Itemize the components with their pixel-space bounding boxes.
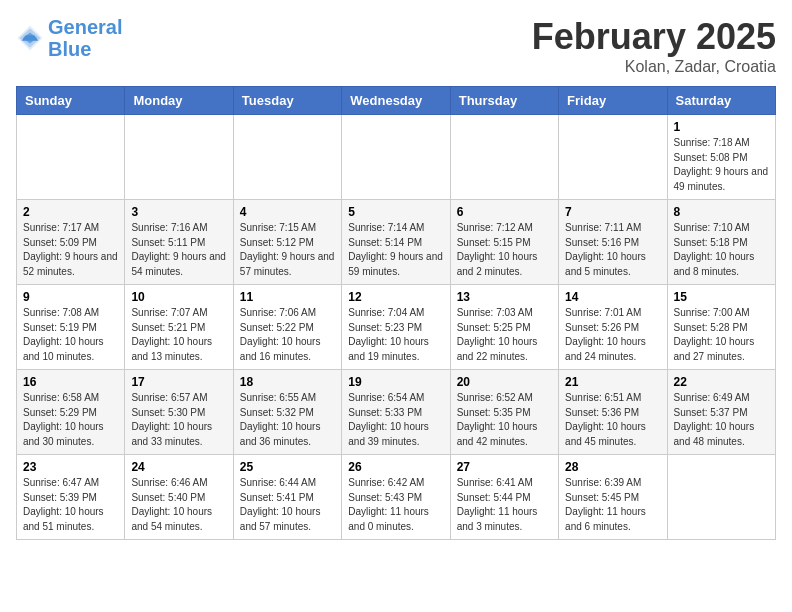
day-cell: 16Sunrise: 6:58 AM Sunset: 5:29 PM Dayli… xyxy=(17,370,125,455)
day-number: 10 xyxy=(131,290,226,304)
day-info: Sunrise: 7:07 AM Sunset: 5:21 PM Dayligh… xyxy=(131,306,226,364)
day-cell: 1Sunrise: 7:18 AM Sunset: 5:08 PM Daylig… xyxy=(667,115,775,200)
day-number: 17 xyxy=(131,375,226,389)
day-info: Sunrise: 6:57 AM Sunset: 5:30 PM Dayligh… xyxy=(131,391,226,449)
day-number: 12 xyxy=(348,290,443,304)
day-cell: 13Sunrise: 7:03 AM Sunset: 5:25 PM Dayli… xyxy=(450,285,558,370)
day-number: 7 xyxy=(565,205,660,219)
day-number: 11 xyxy=(240,290,335,304)
day-number: 28 xyxy=(565,460,660,474)
day-cell: 15Sunrise: 7:00 AM Sunset: 5:28 PM Dayli… xyxy=(667,285,775,370)
day-cell: 7Sunrise: 7:11 AM Sunset: 5:16 PM Daylig… xyxy=(559,200,667,285)
col-header-thursday: Thursday xyxy=(450,87,558,115)
day-cell: 11Sunrise: 7:06 AM Sunset: 5:22 PM Dayli… xyxy=(233,285,341,370)
day-number: 3 xyxy=(131,205,226,219)
day-info: Sunrise: 7:12 AM Sunset: 5:15 PM Dayligh… xyxy=(457,221,552,279)
col-header-wednesday: Wednesday xyxy=(342,87,450,115)
day-number: 25 xyxy=(240,460,335,474)
day-number: 9 xyxy=(23,290,118,304)
day-info: Sunrise: 7:14 AM Sunset: 5:14 PM Dayligh… xyxy=(348,221,443,279)
day-number: 19 xyxy=(348,375,443,389)
day-info: Sunrise: 6:49 AM Sunset: 5:37 PM Dayligh… xyxy=(674,391,769,449)
location-title: Kolan, Zadar, Croatia xyxy=(532,58,776,76)
logo-blue: Blue xyxy=(48,38,122,60)
col-header-saturday: Saturday xyxy=(667,87,775,115)
day-cell: 2Sunrise: 7:17 AM Sunset: 5:09 PM Daylig… xyxy=(17,200,125,285)
day-info: Sunrise: 7:08 AM Sunset: 5:19 PM Dayligh… xyxy=(23,306,118,364)
day-info: Sunrise: 7:18 AM Sunset: 5:08 PM Dayligh… xyxy=(674,136,769,194)
day-cell xyxy=(559,115,667,200)
day-number: 23 xyxy=(23,460,118,474)
day-number: 5 xyxy=(348,205,443,219)
day-number: 18 xyxy=(240,375,335,389)
logo: General Blue xyxy=(16,16,122,60)
week-row-5: 23Sunrise: 6:47 AM Sunset: 5:39 PM Dayli… xyxy=(17,455,776,540)
day-cell: 6Sunrise: 7:12 AM Sunset: 5:15 PM Daylig… xyxy=(450,200,558,285)
day-info: Sunrise: 6:54 AM Sunset: 5:33 PM Dayligh… xyxy=(348,391,443,449)
day-info: Sunrise: 7:03 AM Sunset: 5:25 PM Dayligh… xyxy=(457,306,552,364)
day-cell xyxy=(342,115,450,200)
day-cell: 24Sunrise: 6:46 AM Sunset: 5:40 PM Dayli… xyxy=(125,455,233,540)
day-cell: 8Sunrise: 7:10 AM Sunset: 5:18 PM Daylig… xyxy=(667,200,775,285)
day-cell: 22Sunrise: 6:49 AM Sunset: 5:37 PM Dayli… xyxy=(667,370,775,455)
day-info: Sunrise: 7:01 AM Sunset: 5:26 PM Dayligh… xyxy=(565,306,660,364)
day-number: 16 xyxy=(23,375,118,389)
col-header-sunday: Sunday xyxy=(17,87,125,115)
day-number: 4 xyxy=(240,205,335,219)
col-header-monday: Monday xyxy=(125,87,233,115)
day-cell: 28Sunrise: 6:39 AM Sunset: 5:45 PM Dayli… xyxy=(559,455,667,540)
day-number: 13 xyxy=(457,290,552,304)
day-cell xyxy=(233,115,341,200)
day-number: 21 xyxy=(565,375,660,389)
day-info: Sunrise: 6:46 AM Sunset: 5:40 PM Dayligh… xyxy=(131,476,226,534)
day-info: Sunrise: 7:04 AM Sunset: 5:23 PM Dayligh… xyxy=(348,306,443,364)
day-cell: 9Sunrise: 7:08 AM Sunset: 5:19 PM Daylig… xyxy=(17,285,125,370)
day-info: Sunrise: 6:55 AM Sunset: 5:32 PM Dayligh… xyxy=(240,391,335,449)
day-cell: 19Sunrise: 6:54 AM Sunset: 5:33 PM Dayli… xyxy=(342,370,450,455)
calendar-header-row: SundayMondayTuesdayWednesdayThursdayFrid… xyxy=(17,87,776,115)
week-row-1: 1Sunrise: 7:18 AM Sunset: 5:08 PM Daylig… xyxy=(17,115,776,200)
day-cell: 21Sunrise: 6:51 AM Sunset: 5:36 PM Dayli… xyxy=(559,370,667,455)
day-number: 20 xyxy=(457,375,552,389)
day-number: 1 xyxy=(674,120,769,134)
calendar-table: SundayMondayTuesdayWednesdayThursdayFrid… xyxy=(16,86,776,540)
day-number: 22 xyxy=(674,375,769,389)
day-cell: 26Sunrise: 6:42 AM Sunset: 5:43 PM Dayli… xyxy=(342,455,450,540)
week-row-4: 16Sunrise: 6:58 AM Sunset: 5:29 PM Dayli… xyxy=(17,370,776,455)
day-info: Sunrise: 7:10 AM Sunset: 5:18 PM Dayligh… xyxy=(674,221,769,279)
day-info: Sunrise: 7:06 AM Sunset: 5:22 PM Dayligh… xyxy=(240,306,335,364)
day-number: 8 xyxy=(674,205,769,219)
day-cell: 12Sunrise: 7:04 AM Sunset: 5:23 PM Dayli… xyxy=(342,285,450,370)
day-info: Sunrise: 7:15 AM Sunset: 5:12 PM Dayligh… xyxy=(240,221,335,279)
day-cell: 20Sunrise: 6:52 AM Sunset: 5:35 PM Dayli… xyxy=(450,370,558,455)
day-info: Sunrise: 6:52 AM Sunset: 5:35 PM Dayligh… xyxy=(457,391,552,449)
day-info: Sunrise: 7:11 AM Sunset: 5:16 PM Dayligh… xyxy=(565,221,660,279)
day-cell: 25Sunrise: 6:44 AM Sunset: 5:41 PM Dayli… xyxy=(233,455,341,540)
day-cell: 14Sunrise: 7:01 AM Sunset: 5:26 PM Dayli… xyxy=(559,285,667,370)
day-number: 14 xyxy=(565,290,660,304)
day-cell: 3Sunrise: 7:16 AM Sunset: 5:11 PM Daylig… xyxy=(125,200,233,285)
day-info: Sunrise: 7:17 AM Sunset: 5:09 PM Dayligh… xyxy=(23,221,118,279)
day-number: 26 xyxy=(348,460,443,474)
day-cell: 18Sunrise: 6:55 AM Sunset: 5:32 PM Dayli… xyxy=(233,370,341,455)
col-header-friday: Friday xyxy=(559,87,667,115)
day-cell: 10Sunrise: 7:07 AM Sunset: 5:21 PM Dayli… xyxy=(125,285,233,370)
day-cell: 4Sunrise: 7:15 AM Sunset: 5:12 PM Daylig… xyxy=(233,200,341,285)
day-cell xyxy=(17,115,125,200)
week-row-3: 9Sunrise: 7:08 AM Sunset: 5:19 PM Daylig… xyxy=(17,285,776,370)
day-cell: 23Sunrise: 6:47 AM Sunset: 5:39 PM Dayli… xyxy=(17,455,125,540)
day-cell: 27Sunrise: 6:41 AM Sunset: 5:44 PM Dayli… xyxy=(450,455,558,540)
day-info: Sunrise: 7:16 AM Sunset: 5:11 PM Dayligh… xyxy=(131,221,226,279)
day-info: Sunrise: 6:47 AM Sunset: 5:39 PM Dayligh… xyxy=(23,476,118,534)
week-row-2: 2Sunrise: 7:17 AM Sunset: 5:09 PM Daylig… xyxy=(17,200,776,285)
day-cell xyxy=(450,115,558,200)
day-info: Sunrise: 7:00 AM Sunset: 5:28 PM Dayligh… xyxy=(674,306,769,364)
day-info: Sunrise: 6:42 AM Sunset: 5:43 PM Dayligh… xyxy=(348,476,443,534)
day-info: Sunrise: 6:58 AM Sunset: 5:29 PM Dayligh… xyxy=(23,391,118,449)
day-number: 15 xyxy=(674,290,769,304)
day-cell: 5Sunrise: 7:14 AM Sunset: 5:14 PM Daylig… xyxy=(342,200,450,285)
day-info: Sunrise: 6:51 AM Sunset: 5:36 PM Dayligh… xyxy=(565,391,660,449)
title-block: February 2025 Kolan, Zadar, Croatia xyxy=(532,16,776,76)
month-title: February 2025 xyxy=(532,16,776,58)
day-number: 24 xyxy=(131,460,226,474)
